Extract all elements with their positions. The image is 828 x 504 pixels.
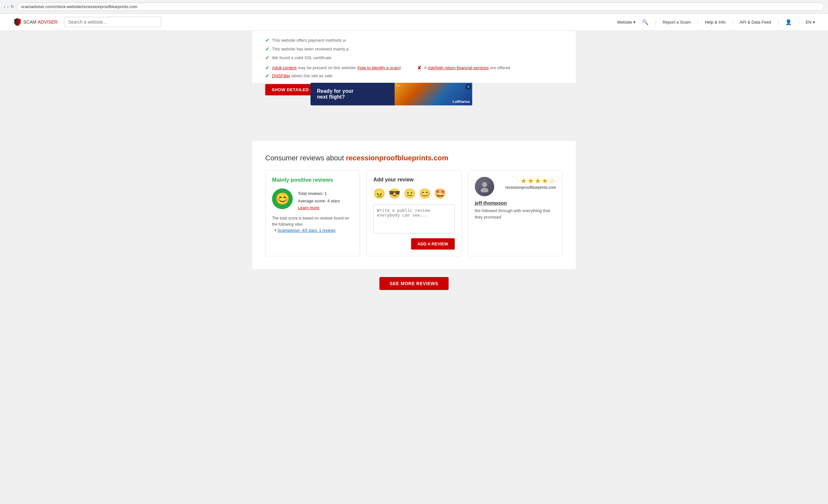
logo-adviser-text: ADVISER — [38, 19, 57, 25]
browser-chrome: ‹ › ↻ scamadviser.com/check-website/rece… — [0, 0, 828, 13]
divider-2: | — [697, 20, 698, 25]
how-identify-scam-link[interactable]: how to identify a scam — [358, 65, 400, 70]
emoji-cool-button[interactable]: 😎 — [388, 188, 401, 199]
check-dnsfilter: ✔ DNSFilter labels this site as safe — [265, 73, 411, 79]
check-dns-text: DNSFilter labels this site as safe — [272, 74, 332, 78]
check-green-dns-icon: ✔ — [265, 73, 270, 79]
check-green-icon-1: ✔ — [265, 37, 270, 43]
review-text: the followed through with everything tha… — [475, 208, 556, 220]
card-user-review: ★★★★☆ recessionproofblueprints.com jeff … — [468, 170, 563, 256]
back-icon[interactable]: ‹ — [4, 4, 5, 9]
lang-chevron-icon: ▾ — [813, 20, 815, 25]
divider-4: | — [778, 20, 779, 25]
logo[interactable]: SCAMADVISER — [13, 17, 57, 27]
top-nav: SCAMADVISER Website ▾ 🔍 | Report a Scam … — [0, 13, 828, 31]
logo-shield-icon — [13, 17, 22, 27]
scamadviser-site-link[interactable]: Scamadviser: 4/5 stars, 1 reviews — [278, 228, 335, 233]
check-financial-text: A risk/high return financial services ar… — [424, 65, 510, 70]
check-financial: ✘ A risk/high return financial services … — [417, 65, 563, 71]
check-red-financial-icon: ✘ — [417, 65, 421, 71]
address-bar[interactable]: scamadviser.com/check-website/recessionp… — [17, 3, 824, 11]
check-green-adult-icon: ✔ — [265, 65, 270, 71]
chevron-down-icon: ▾ — [633, 20, 635, 25]
emoji-happy-button[interactable]: 😊 — [419, 188, 431, 199]
reload-icon[interactable]: ↻ — [11, 4, 14, 9]
check-adult-content: ✔ Adult content may be present on this w… — [265, 65, 411, 71]
check-grid: ✔ Adult content may be present on this w… — [265, 65, 563, 79]
risk-financial-link[interactable]: risk/high return financial services — [428, 65, 489, 70]
api-data-link[interactable]: API & Data Feed — [740, 20, 772, 25]
smiley-face-icon: 😊 — [272, 188, 293, 209]
report-scam-link[interactable]: Report a Scam — [663, 20, 691, 25]
help-info-link[interactable]: Help & Info — [705, 20, 726, 25]
emoji-angry-button[interactable]: 😠 — [373, 188, 385, 199]
browser-controls: ‹ › ↻ — [4, 4, 14, 9]
review-site-label: recessionproofblueprints.com — [505, 185, 556, 190]
check-item-3: ✔ We found a valid SSL certificate — [265, 55, 563, 61]
add-review-title: Add your review — [373, 177, 454, 183]
lang-dropdown[interactable]: EN ▾ — [806, 20, 815, 25]
mainly-positive-title: Mainly positive reviews — [272, 177, 353, 183]
ad-close-button[interactable]: ✕ — [466, 84, 471, 89]
review-sites-list: Scamadviser: 4/5 stars, 1 reviews — [272, 228, 353, 233]
review-textarea[interactable] — [373, 204, 454, 233]
add-review-btn-area: ADD A REVIEW — [373, 238, 454, 249]
average-score-label: Average score: 4 stars — [298, 197, 340, 204]
ad-dx-badge: DX — [396, 84, 400, 87]
ad-line-1: Ready for your — [317, 88, 388, 94]
card-add-review: Add your review 😠 😎 😐 😊 🤩 ADD A REVIEW — [367, 170, 461, 256]
website-dropdown[interactable]: Website ▾ — [617, 20, 636, 25]
user-icon[interactable]: 👤 — [785, 19, 792, 25]
reviewer-avatar — [475, 177, 494, 196]
svg-point-1 — [481, 188, 488, 192]
reviews-title-prefix: Consumer reviews about — [265, 154, 346, 162]
dnsfilter-link[interactable]: DNSFilter — [272, 74, 290, 78]
lang-label: EN — [806, 20, 812, 25]
reviews-title-site: recessionproofblueprints.com — [346, 154, 448, 162]
ad-banner: Ready for your next flight? DX Lufthansa… — [310, 83, 472, 105]
adult-content-link[interactable]: Adult content — [272, 65, 297, 70]
score-basis-text: The total score is based on reviews foun… — [272, 215, 353, 228]
reviews-section: Consumer reviews about recessionproofblu… — [252, 141, 576, 269]
forward-icon[interactable]: › — [7, 4, 8, 9]
divider-5: | — [798, 20, 799, 25]
reviewer-name[interactable]: jeff thompson — [475, 200, 556, 205]
emoji-row: 😠 😎 😐 😊 🤩 — [373, 188, 454, 199]
reviews-title: Consumer reviews about recessionproofblu… — [265, 154, 563, 162]
search-nav-icon[interactable]: 🔍 — [642, 19, 649, 25]
review-stars: ★★★★☆ — [505, 177, 556, 185]
reviewer-header: ★★★★☆ recessionproofblueprints.com — [475, 177, 556, 196]
total-reviews-label: Total reviews: 1 — [298, 190, 340, 197]
ad-lufthansa-label: Lufthansa — [453, 100, 470, 103]
nav-links: Website ▾ 🔍 | Report a Scam | Help & Inf… — [617, 19, 815, 25]
svg-point-0 — [482, 182, 487, 187]
check-text-2: This website has been reviewed mainly p.… — [272, 47, 352, 51]
learn-more-link[interactable]: Learn more — [298, 205, 319, 210]
add-review-button[interactable]: ADD A REVIEW — [411, 238, 455, 249]
website-label: Website — [617, 20, 632, 25]
emoji-excited-button[interactable]: 🤩 — [434, 188, 446, 199]
emoji-neutral-button[interactable]: 😐 — [404, 188, 416, 199]
see-more-reviews-button[interactable]: SEE MORE REVIEWS — [379, 277, 449, 290]
divider-1: | — [655, 20, 656, 25]
ad-text: Ready for your next flight? — [310, 84, 395, 104]
check-adult-text: Adult content may be present on this web… — [272, 65, 401, 70]
ad-line-2: next flight? — [317, 94, 388, 100]
card-mainly-positive: Mainly positive reviews 😊 Total reviews:… — [265, 170, 360, 256]
search-input[interactable] — [64, 17, 161, 27]
divider-3: | — [732, 20, 733, 25]
review-meta: ★★★★☆ recessionproofblueprints.com — [505, 177, 556, 190]
main-analysis-section: ✔ This website offers payment methods w.… — [252, 31, 576, 141]
check-item-1: ✔ This website offers payment methods w.… — [265, 37, 563, 43]
score-info: Total reviews: 1 Average score: 4 stars … — [298, 188, 340, 210]
check-item-2: ✔ This website has been reviewed mainly … — [265, 46, 563, 52]
smiley-area: 😊 Total reviews: 1 Average score: 4 star… — [272, 188, 353, 210]
page-wrapper: ✔ This website offers payment methods w.… — [0, 31, 828, 322]
smiley-emoji: 😊 — [275, 192, 290, 205]
avatar-person-icon — [479, 181, 490, 192]
check-green-icon-3: ✔ — [265, 55, 270, 61]
reviews-grid: Mainly positive reviews 😊 Total reviews:… — [265, 170, 563, 256]
see-more-area: SEE MORE REVIEWS — [0, 269, 828, 298]
ad-image: DX Lufthansa — [395, 83, 472, 105]
check-green-icon-2: ✔ — [265, 46, 270, 52]
